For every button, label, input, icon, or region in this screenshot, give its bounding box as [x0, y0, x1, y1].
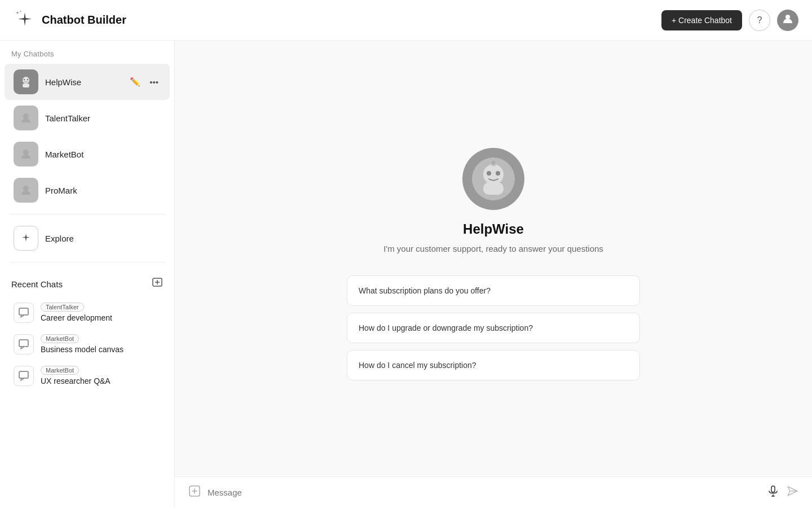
sidebar-item-explore[interactable]: Explore: [5, 220, 170, 256]
divider-1: [9, 214, 165, 214]
helpwise-more-button[interactable]: •••: [147, 76, 161, 88]
helpwise-actions: ✏️ •••: [127, 76, 161, 88]
help-icon: ?: [757, 15, 762, 25]
recent-chat-item-1[interactable]: TalentTalker Career development: [5, 297, 170, 329]
new-chat-button[interactable]: [152, 277, 163, 291]
chat-title-2: Business model canvas: [41, 345, 123, 354]
talenttalker-name: TalentTalker: [45, 113, 161, 123]
helpwise-avatar: [14, 69, 38, 94]
recent-chats-title: Recent Chats: [11, 279, 63, 289]
chat-icon-2: [14, 334, 34, 354]
send-icon: [786, 485, 798, 497]
my-chatbots-label: My Chatbots: [0, 50, 174, 64]
bot-intro: HelpWise I'm your customer support, read…: [383, 148, 603, 256]
svg-point-17: [487, 171, 491, 176]
attach-icon: [188, 485, 201, 497]
recent-chats-header: Recent Chats: [0, 271, 174, 297]
svg-rect-22: [771, 486, 775, 492]
svg-rect-2: [23, 84, 29, 87]
chat-icon-1: [14, 303, 34, 323]
attach-button[interactable]: [188, 485, 201, 500]
svg-point-20: [492, 161, 495, 164]
chat-icon-3: [14, 366, 34, 386]
svg-rect-16: [483, 182, 504, 195]
suggestion-card-3[interactable]: How do I cancel my subscription?: [347, 350, 640, 380]
suggestion-cards: What subscription plans do you offer? Ho…: [347, 275, 640, 380]
svg-rect-11: [19, 308, 28, 315]
sidebar: My Chatbots HelpWise ✏️ •••: [0, 41, 175, 508]
sidebar-item-marketbot[interactable]: MarketBot: [5, 136, 170, 172]
suggestion-card-1[interactable]: What subscription plans do you offer?: [347, 275, 640, 306]
bot-name: HelpWise: [383, 221, 603, 237]
mic-icon: [767, 485, 779, 497]
explore-icon: [14, 226, 38, 251]
chat-title-3: UX researcher Q&A: [41, 376, 111, 386]
promark-avatar: [14, 178, 38, 203]
chat-info-1: TalentTalker Career development: [41, 303, 112, 322]
recent-chat-item-3[interactable]: MarketBot UX researcher Q&A: [5, 360, 170, 392]
svg-point-15: [483, 164, 504, 185]
message-bar: [175, 476, 812, 508]
sidebar-item-promark[interactable]: ProMark: [5, 172, 170, 208]
header-right: + Create Chatbot ?: [661, 10, 798, 31]
main-layout: My Chatbots HelpWise ✏️ •••: [0, 41, 812, 508]
suggestion-card-2[interactable]: How do I upgrade or downgrade my subscri…: [347, 313, 640, 343]
marketbot-name: MarketBot: [45, 150, 161, 159]
marketbot-avatar: [14, 142, 38, 167]
message-input[interactable]: [208, 488, 760, 497]
helpwise-name: HelpWise: [45, 77, 121, 87]
mic-button[interactable]: [767, 485, 779, 500]
svg-point-7: [23, 186, 29, 191]
user-avatar-button[interactable]: [777, 10, 798, 31]
new-chat-icon: [152, 277, 163, 288]
chat-tag-1: TalentTalker: [41, 303, 84, 312]
svg-point-6: [23, 150, 29, 155]
main-content: HelpWise I'm your customer support, read…: [175, 41, 812, 508]
bot-description: I'm your customer support, ready to answ…: [383, 243, 603, 256]
svg-point-0: [785, 15, 790, 19]
sidebar-item-helpwise[interactable]: HelpWise ✏️ •••: [5, 64, 170, 100]
divider-2: [9, 262, 165, 262]
svg-point-1: [23, 77, 29, 84]
chat-info-2: MarketBot Business model canvas: [41, 334, 123, 354]
svg-point-4: [27, 79, 29, 81]
app-header: Chatbot Builder + Create Chatbot ?: [0, 0, 812, 41]
chat-title-1: Career development: [41, 313, 112, 322]
header-left: Chatbot Builder: [14, 9, 126, 32]
helpwise-edit-button[interactable]: ✏️: [127, 76, 143, 88]
svg-point-18: [496, 171, 500, 176]
recent-chat-item-2[interactable]: MarketBot Business model canvas: [5, 329, 170, 360]
svg-point-3: [24, 79, 25, 81]
chat-area: HelpWise I'm your customer support, read…: [175, 41, 812, 476]
chat-tag-2: MarketBot: [41, 334, 79, 343]
app-title: Chatbot Builder: [42, 14, 126, 27]
help-button[interactable]: ?: [749, 10, 770, 31]
sidebar-item-talenttalker[interactable]: TalentTalker: [5, 100, 170, 136]
send-button[interactable]: [786, 485, 798, 500]
chat-info-3: MarketBot UX researcher Q&A: [41, 366, 111, 386]
create-chatbot-button[interactable]: + Create Chatbot: [661, 10, 742, 30]
talenttalker-avatar: [14, 106, 38, 130]
explore-label: Explore: [45, 234, 161, 243]
svg-point-5: [23, 113, 29, 119]
bot-avatar-large: [462, 148, 524, 210]
svg-rect-13: [19, 371, 28, 378]
chat-tag-3: MarketBot: [41, 366, 79, 375]
app-logo: [14, 9, 36, 32]
svg-rect-12: [19, 340, 28, 347]
promark-name: ProMark: [45, 186, 161, 195]
user-avatar-icon: [782, 13, 793, 27]
